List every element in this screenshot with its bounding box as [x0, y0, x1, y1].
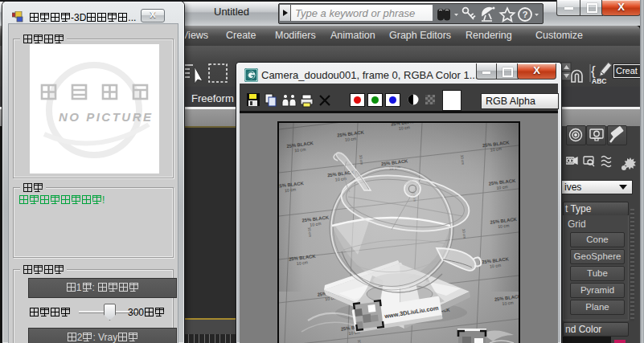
svg-text:ABC: ABC — [592, 77, 606, 85]
svg-text:?: ? — [523, 10, 528, 19]
svg-text:NO PICTURE: NO PICTURE — [59, 110, 154, 124]
